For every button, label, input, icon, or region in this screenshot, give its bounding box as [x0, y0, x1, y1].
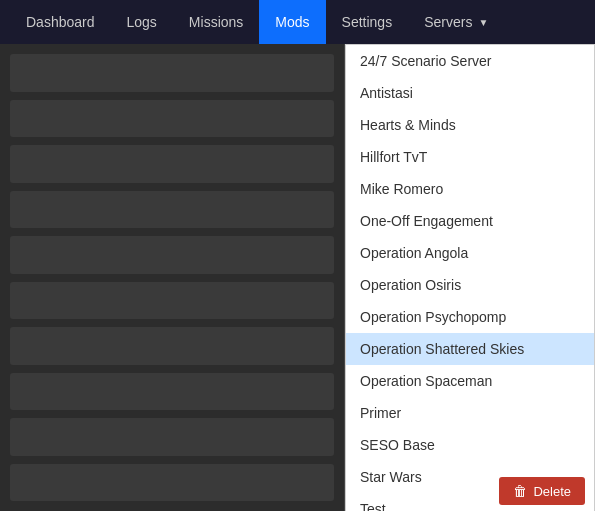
- list-item[interactable]: Hillfort TvT: [346, 141, 594, 173]
- trash-icon: 🗑: [513, 483, 527, 499]
- list-item[interactable]: Operation Osiris: [346, 269, 594, 301]
- nav-servers[interactable]: Servers ▼: [408, 0, 504, 44]
- list-item[interactable]: Hearts & Minds: [346, 109, 594, 141]
- delete-button-label: Delete: [533, 484, 571, 499]
- left-row-5: [10, 236, 334, 274]
- list-item[interactable]: Operation Shattered Skies: [346, 333, 594, 365]
- left-row-1: [10, 54, 334, 92]
- list-item[interactable]: Antistasi: [346, 77, 594, 109]
- bottom-bar: 🗑 Delete: [489, 471, 595, 511]
- left-row-8: [10, 373, 334, 411]
- nav-dashboard[interactable]: Dashboard: [10, 0, 111, 44]
- list-item[interactable]: Operation Psychopomp: [346, 301, 594, 333]
- nav-missions[interactable]: Missions: [173, 0, 259, 44]
- list-item[interactable]: One-Off Engagement: [346, 205, 594, 237]
- list-item[interactable]: SESO Base: [346, 429, 594, 461]
- missions-dropdown-list: 24/7 Scenario ServerAntistasiHearts & Mi…: [345, 44, 595, 511]
- navbar: Dashboard Logs Missions Mods Settings Se…: [0, 0, 595, 44]
- nav-mods[interactable]: Mods: [259, 0, 325, 44]
- nav-logs[interactable]: Logs: [111, 0, 173, 44]
- left-row-6: [10, 282, 334, 320]
- left-row-7: [10, 327, 334, 365]
- main-content: 24/7 Scenario ServerAntistasiHearts & Mi…: [0, 44, 595, 511]
- list-item[interactable]: Operation Spaceman: [346, 365, 594, 397]
- left-panel: [0, 44, 345, 511]
- left-row-2: [10, 100, 334, 138]
- nav-settings[interactable]: Settings: [326, 0, 409, 44]
- left-row-4: [10, 191, 334, 229]
- right-panel: 24/7 Scenario ServerAntistasiHearts & Mi…: [345, 44, 595, 511]
- chevron-down-icon: ▼: [478, 17, 488, 28]
- list-item[interactable]: Primer: [346, 397, 594, 429]
- list-item[interactable]: 24/7 Scenario Server: [346, 45, 594, 77]
- left-row-10: [10, 464, 334, 502]
- list-item[interactable]: Mike Romero: [346, 173, 594, 205]
- left-row-9: [10, 418, 334, 456]
- delete-button[interactable]: 🗑 Delete: [499, 477, 585, 505]
- left-row-3: [10, 145, 334, 183]
- list-item[interactable]: Operation Angola: [346, 237, 594, 269]
